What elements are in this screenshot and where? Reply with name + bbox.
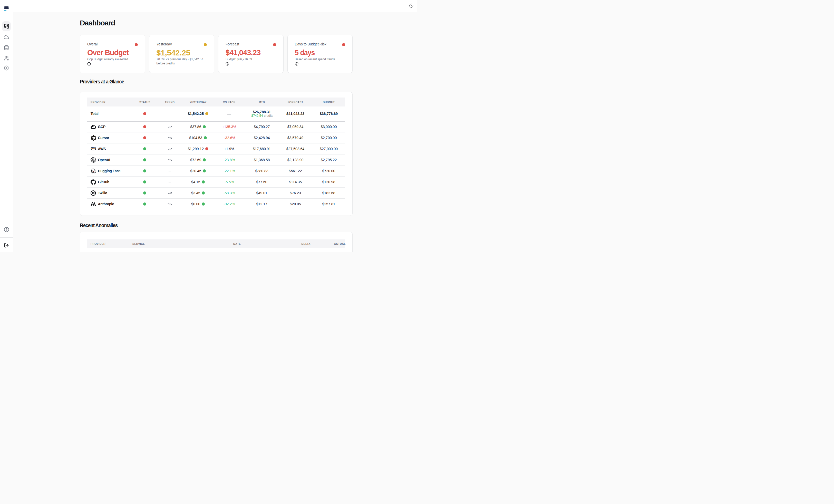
svg-text:aws: aws bbox=[91, 146, 96, 149]
